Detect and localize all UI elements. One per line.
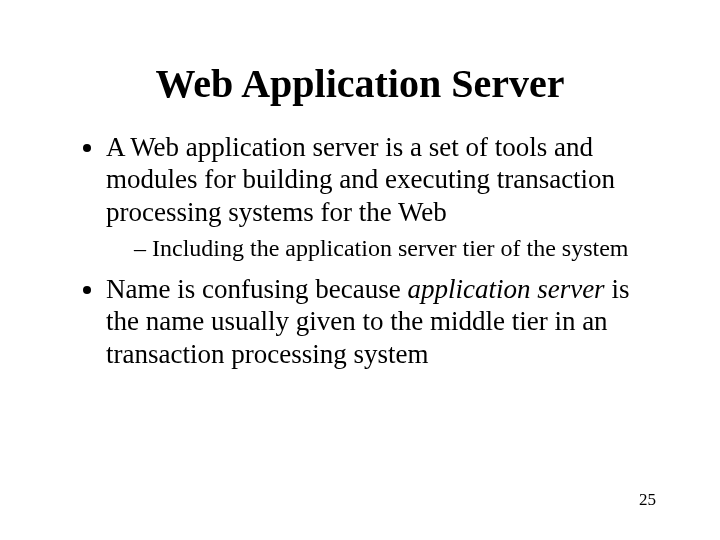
bullet-list: A Web application server is a set of too…	[70, 131, 650, 370]
slide-title: Web Application Server	[70, 60, 650, 107]
bullet-2-part1: Name is confusing because	[106, 274, 407, 304]
bullet-item-2: Name is confusing because application se…	[106, 273, 650, 370]
bullet-item-1: A Web application server is a set of too…	[106, 131, 650, 263]
sub-bullet-1: Including the application server tier of…	[134, 234, 650, 263]
page-number: 25	[639, 490, 656, 510]
sub-bullet-list: Including the application server tier of…	[106, 234, 650, 263]
slide: Web Application Server A Web application…	[0, 0, 720, 540]
bullet-1-text: A Web application server is a set of too…	[106, 132, 615, 227]
bullet-2-italic: application server	[407, 274, 604, 304]
sub-bullet-1-text: Including the application server tier of…	[152, 235, 629, 261]
